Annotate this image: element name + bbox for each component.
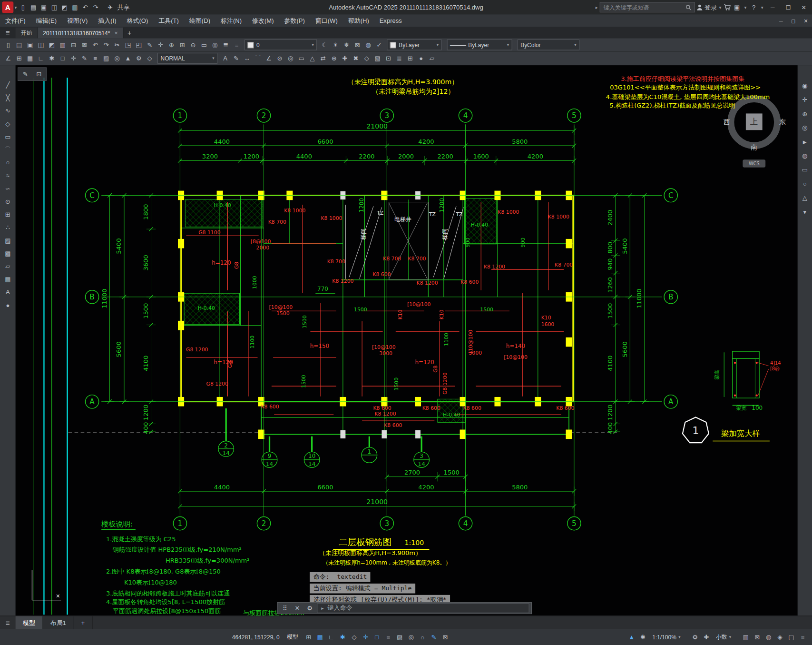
lock-ui-icon[interactable]: ⊠ [440,632,450,643]
tab-start[interactable]: 开始 [16,28,38,39]
workspace-gear-icon[interactable]: ⚙ [690,632,700,643]
grid-display-icon[interactable]: ▦ [25,53,35,64]
region-icon[interactable]: ▱ [427,53,437,64]
snap-mode-icon[interactable]: ⊞ [14,53,24,64]
menu-item[interactable]: Express [374,14,407,27]
add-layout-button[interactable]: + [74,616,92,629]
command-close-icon[interactable]: ✕ [292,603,303,614]
doc-close-button[interactable]: ✕ [800,15,812,27]
text-style-combo[interactable]: NORMAL ▾ [157,53,217,64]
drawing-canvas[interactable]: 1122334455CCBBAA214914101413141上西东南WCS（未… [16,65,798,615]
redo-icon[interactable]: ↷ [101,40,111,50]
table-icon[interactable]: ▭ [296,53,307,64]
zoom-previous-icon[interactable]: ⊖ [188,40,198,50]
dim-linear-icon[interactable]: ↔ [242,53,252,64]
doc-minimize-button[interactable]: ─ [775,15,787,27]
close-button[interactable]: ✕ [796,1,811,13]
layer-states-icon[interactable]: ≡ [232,40,242,50]
new-file-icon[interactable]: ▯ [18,2,29,12]
nav-more-icon[interactable]: ▾ [800,207,810,217]
help-search-input[interactable]: 键入关键字或短语 [600,2,695,12]
search-expand-icon[interactable]: ▸ [595,5,599,10]
lineweight-toggle-icon[interactable]: ≡ [383,632,393,643]
dynamic-input-icon[interactable]: ✎ [79,53,90,64]
mtext-icon[interactable]: A [220,53,231,64]
polar-toggle-icon[interactable]: ✱ [338,632,348,643]
layer-properties-icon[interactable]: ≣ [221,40,231,50]
orbit-icon[interactable]: ◎ [210,40,220,50]
insert-block-icon[interactable]: ⊞ [2,209,13,220]
annotation-visibility-icon[interactable]: ▲ [626,632,637,643]
region-icon[interactable]: ▱ [2,261,13,272]
tab-drawing[interactable]: 201110111318316070514* ✕ [38,28,124,39]
ortho-toggle-icon[interactable]: ∟ [326,632,337,643]
signin-caret-icon[interactable]: ▾ [718,5,722,10]
zoom-realtime-icon[interactable]: ⊕ [166,40,176,50]
transparency-toggle-icon[interactable]: ▨ [394,632,405,643]
steering-icon[interactable]: ○ [800,179,810,189]
apps-caret-icon[interactable]: ▾ [743,5,747,10]
selection-cycling-icon[interactable]: ◎ [406,632,416,643]
lineweight-icon[interactable]: ≡ [90,53,100,64]
maximize-button[interactable]: ☐ [781,1,795,13]
hatch-icon[interactable]: ▨ [2,235,13,246]
arc-icon[interactable]: ⌒ [2,145,13,155]
view-back-icon[interactable]: ▭ [800,165,810,175]
polar-tracking-icon[interactable]: ✱ [47,53,57,64]
signin-label[interactable]: 登录 [704,3,717,12]
lock-ui-icon[interactable]: ⊠ [752,632,763,643]
doc-restore-button[interactable]: ◻ [787,15,800,27]
named-views-icon[interactable]: ▭ [199,40,209,50]
add-icon[interactable]: ✚ [340,53,350,64]
menu-item[interactable]: 标注(N) [215,14,247,27]
swap-icon[interactable]: ⇄ [318,53,328,64]
command-grip-icon[interactable]: ⠿ [280,603,290,614]
menu-item[interactable]: 窗口(W) [310,14,343,27]
redo-icon[interactable]: ↷ [90,2,101,12]
menu-item[interactable]: 文件(F) [0,14,31,27]
spline-icon[interactable]: ∽ [2,183,13,194]
minimize-button[interactable]: ─ [765,1,780,13]
measure-icon[interactable]: ≣ [394,53,405,64]
save-icon[interactable]: ▣ [25,40,35,50]
line-icon[interactable]: ╱ [2,80,13,90]
menu-item[interactable]: 格式(O) [121,14,153,27]
match-properties-icon[interactable]: ✎ [145,40,155,50]
object-snap-icon[interactable]: □ [58,53,68,64]
layer-isolate-icon[interactable]: ◍ [363,40,373,50]
clean-screen-icon[interactable]: ▢ [786,632,797,643]
hatch-icon[interactable]: ▧ [372,53,383,64]
ellipse-icon[interactable]: ⊙ [2,197,13,207]
command-customize-icon[interactable]: ⚙ [304,603,315,614]
fullnav-wheel-icon[interactable]: ◉ [800,81,810,91]
pan-hand-icon[interactable]: ✛ [800,95,810,105]
object-snap-tracking-icon[interactable]: ✛ [68,53,79,64]
center-mark-icon[interactable]: ◎ [285,53,296,64]
linetype-combo[interactable]: ——— ByLayer ▾ [447,40,512,50]
zoom-in-icon[interactable]: ⊕ [329,53,339,64]
paste-clip-icon[interactable]: ◰ [134,40,144,50]
plotstyle-combo[interactable]: ByColor ▾ [518,40,580,50]
snap-toggle-icon[interactable]: ⊞ [303,632,314,643]
group-icon[interactable]: ⊡ [383,53,394,64]
open-file-icon[interactable]: ▤ [14,40,24,50]
help-icon[interactable]: ? [749,2,759,12]
fill-icon[interactable]: ● [416,53,426,64]
menu-item[interactable]: 工具(T) [153,14,184,27]
erase-icon[interactable]: ✖ [351,53,361,64]
gradient-icon[interactable]: ▩ [2,248,13,258]
point-icon[interactable]: ∴ [2,222,13,233]
layer-freeze-icon[interactable]: ❄ [341,40,352,50]
layout-menu-icon[interactable]: ≡ [0,617,16,629]
save-icon[interactable]: ▣ [39,2,49,12]
annotation-add-icon[interactable]: ✚ [701,632,712,643]
isolate-objects-icon[interactable]: ◍ [763,632,774,643]
menu-item[interactable]: 视图(V) [62,14,93,27]
menu-item[interactable]: 修改(M) [247,14,279,27]
close-tab-icon[interactable]: ✕ [114,30,118,36]
plot-icon[interactable]: ◩ [59,2,70,12]
annotation-icon[interactable]: ▲ [123,53,133,64]
dim-angle-icon[interactable]: ∠ [264,53,274,64]
point-style-icon[interactable]: ◇ [362,53,372,64]
units-icon[interactable]: ◇ [145,53,155,64]
